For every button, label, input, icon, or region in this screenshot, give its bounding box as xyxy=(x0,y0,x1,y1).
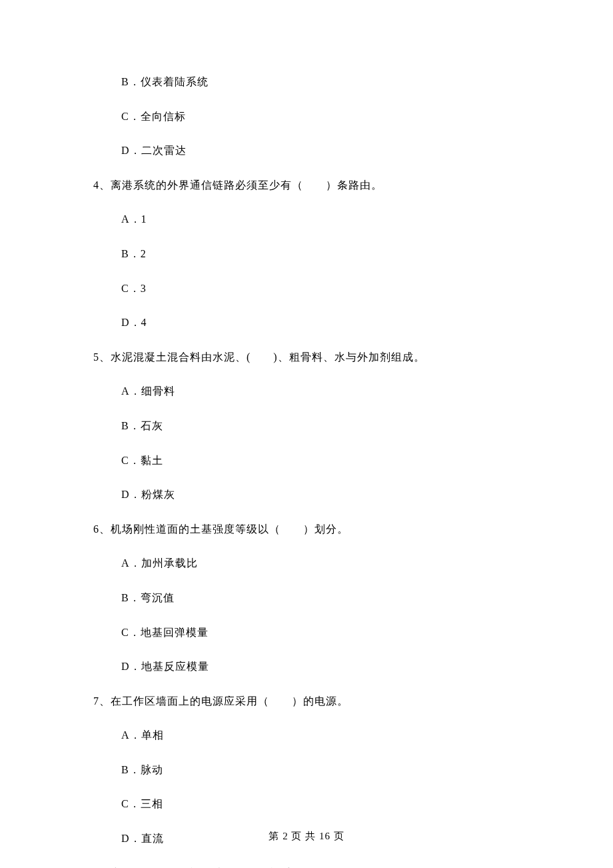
q6-option-c: C．地基回弹模量 xyxy=(121,624,520,641)
page-content: B．仪表着陆系统 C．全向信标 D．二次雷达 4、离港系统的外界通信链路必须至少… xyxy=(0,0,613,868)
q7-option-c: C．三相 xyxy=(121,795,520,813)
q4-option-a: A．1 xyxy=(121,211,520,228)
q6-text: 6、机场刚性道面的土基强度等级以（ ）划分。 xyxy=(93,521,520,538)
q5-option-b: B．石灰 xyxy=(121,417,520,435)
q6-option-b: B．弯沉值 xyxy=(121,589,520,607)
q8-text: 8、空管远程一次监视雷达的探测性能受（ ）限制。 xyxy=(93,865,520,868)
q3-option-b: B．仪表着陆系统 xyxy=(121,73,520,91)
q6-option-a: A．加州承载比 xyxy=(121,555,520,572)
q4-option-c: C．3 xyxy=(121,280,520,297)
q4-option-d: D．4 xyxy=(121,314,520,331)
q4-text: 4、离港系统的外界通信链路必须至少有（ ）条路由。 xyxy=(93,177,520,194)
q7-option-b: B．脉动 xyxy=(121,761,520,779)
q7-option-a: A．单相 xyxy=(121,727,520,744)
q5-option-a: A．细骨料 xyxy=(121,383,520,400)
q5-text: 5、水泥混凝土混合料由水泥、( )、粗骨料、水与外加剂组成。 xyxy=(93,349,520,366)
q5-option-c: C．黏土 xyxy=(121,452,520,469)
q3-option-c: C．全向信标 xyxy=(121,108,520,125)
page-footer: 第 2 页 共 16 页 xyxy=(0,830,613,843)
q3-option-d: D．二次雷达 xyxy=(121,142,520,159)
q4-option-b: B．2 xyxy=(121,245,520,263)
q7-text: 7、在工作区墙面上的电源应采用（ ）的电源。 xyxy=(93,693,520,710)
q5-option-d: D．粉煤灰 xyxy=(121,486,520,503)
q6-option-d: D．地基反应模量 xyxy=(121,658,520,675)
